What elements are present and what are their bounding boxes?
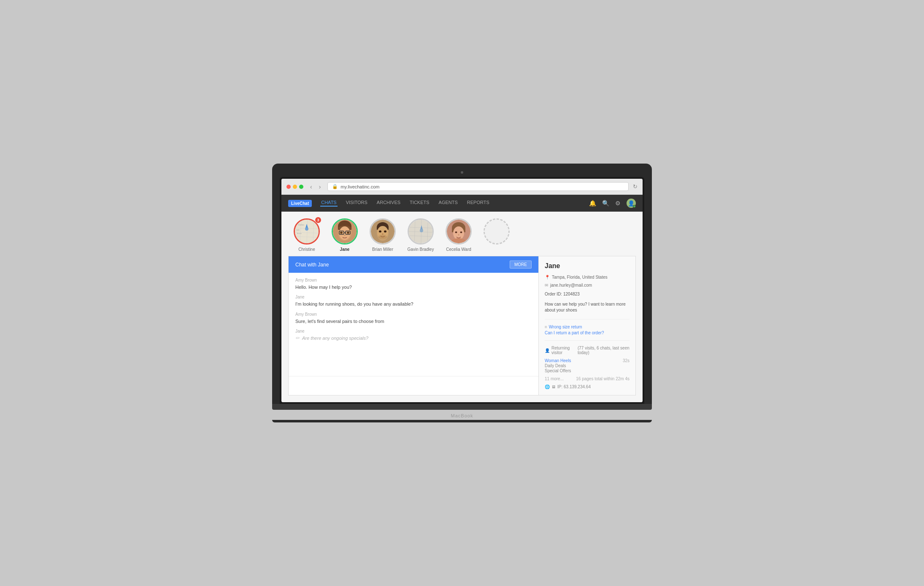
sidebar-link-2[interactable]: Can I return a part of the order? (545, 331, 630, 335)
returning-visitor: 👤 Returning visitor (77 visits, 6 chats,… (545, 346, 630, 355)
pages-list: Woman Heels 32s Daily Deals Special Offe… (545, 358, 630, 373)
divider-2 (545, 340, 630, 341)
nav-chats[interactable]: CHATS (320, 200, 337, 207)
message-text-3: Sure, let's find several pairs to choose… (295, 318, 532, 325)
avatar-cecelia[interactable]: Cecelia Ward (442, 218, 476, 252)
nav-agents[interactable]: AGENTS (438, 200, 459, 207)
sidebar: Jane 📍 Tampa, Florida, United States ✉ j… (539, 256, 636, 395)
sidebar-link-1[interactable]: ≡ Wrong size return (545, 325, 630, 329)
location-icon: 📍 (545, 275, 550, 280)
sidebar-location: 📍 Tampa, Florida, United States (545, 275, 630, 280)
back-button[interactable]: ‹ (308, 183, 315, 191)
email-text: jane.hurley@mail.com (550, 283, 592, 288)
page-name-1: Woman Heels (545, 358, 571, 363)
avatar-brian[interactable]: Brian Miller (366, 218, 400, 252)
pages-more: 11 more... (545, 376, 564, 381)
svg-point-48 (458, 234, 459, 236)
avatar-gavin[interactable]: Gavin Bradley (404, 218, 438, 252)
message-group-2: Jane I'm looking for running shoes, do y… (295, 295, 532, 307)
sidebar-email: ✉ jane.hurley@mail.com (545, 283, 630, 288)
message-group-1: Amy Brown Hello. How may I help you? (295, 278, 532, 290)
flag-icon: 🖥 (551, 384, 556, 389)
svg-point-29 (379, 231, 381, 233)
chat-title: Chat with Jane (295, 262, 329, 268)
page-item-3: Special Offers (545, 368, 630, 373)
badge-count: 3 (315, 217, 322, 223)
svg-point-10 (305, 227, 308, 231)
livechat-logo: LiveChat (288, 200, 312, 207)
chat-avatars-row: Dallas KAS Austin (281, 212, 643, 256)
svg-point-23 (344, 235, 346, 236)
notification-icon[interactable]: 🔔 (589, 200, 596, 207)
message-sender-3: Amy Brown (295, 312, 532, 317)
chat-input-area[interactable] (289, 376, 538, 395)
laptop-foot (272, 420, 652, 422)
svg-text:Dallas: Dallas (298, 223, 304, 226)
macbook-label: MacBook (272, 410, 652, 420)
settings-icon[interactable]: ⚙ (615, 200, 621, 207)
list-icon-1: ≡ (545, 325, 547, 329)
avatar-jane[interactable]: Jane (328, 218, 362, 252)
minimize-button-traffic[interactable] (293, 185, 297, 189)
fullscreen-button-traffic[interactable] (299, 185, 303, 189)
ip-text: IP: 63.139.234.64 (557, 384, 591, 389)
reload-button[interactable]: ↻ (633, 183, 638, 190)
page-name-2: Daily Deals (545, 363, 566, 368)
camera (461, 171, 463, 174)
link-text-2: Can I return a part of the order? (545, 331, 604, 335)
browser-icon: 🌐 (545, 384, 550, 389)
message-sender-1: Amy Brown (295, 278, 532, 282)
search-icon[interactable]: 🔍 (602, 200, 609, 207)
traffic-lights (286, 185, 303, 189)
nav-links: CHATS VISITORS ARCHIVES TICKETS AGENTS R… (320, 200, 589, 207)
chat-messages: Amy Brown Hello. How may I help you? Jan… (289, 273, 538, 376)
laptop-bottom (272, 404, 652, 410)
lock-icon: 🔒 (332, 184, 338, 189)
avatar-name-jane: Jane (340, 247, 350, 252)
avatar-empty[interactable] (480, 218, 513, 252)
returning-label: Returning visitor (551, 346, 576, 355)
divider-1 (545, 319, 630, 320)
svg-point-30 (384, 231, 386, 233)
address-bar[interactable]: 🔒 my.livechatinc.com (327, 182, 629, 191)
chat-header: Chat with Jane MORE (289, 256, 538, 273)
chat-input[interactable] (294, 380, 533, 390)
message-group-4: Jane ✏ Are there any ongoing specials? (295, 329, 532, 341)
online-dot (633, 205, 636, 208)
message-text-4: Are there any ongoing specials? (302, 336, 368, 341)
close-button-traffic[interactable] (286, 185, 291, 189)
order-id: Order ID: 1204823 (545, 292, 630, 296)
ip-row: 🌐 🖥 IP: 63.139.234.64 (545, 384, 630, 389)
svg-point-22 (347, 232, 349, 234)
url-text: my.livechatinc.com (340, 184, 379, 189)
link-list: ≡ Wrong size return Can I return a part … (545, 325, 630, 335)
message-text-2: I'm looking for running shoes, do you ha… (295, 301, 532, 307)
app-nav: LiveChat CHATS VISITORS ARCHIVES TICKETS… (281, 195, 643, 212)
svg-point-21 (340, 232, 343, 234)
location-text: Tampa, Florida, United States (552, 275, 608, 280)
svg-point-32 (378, 235, 387, 239)
nav-visitors[interactable]: VISITORS (345, 200, 368, 207)
svg-text:KAS: KAS (296, 229, 300, 231)
avatar-christine[interactable]: Dallas KAS Austin (290, 218, 324, 252)
nav-icons: 🔔 🔍 ⚙ 👤 (589, 199, 636, 208)
page-name-3: Special Offers (545, 368, 571, 373)
nav-archives[interactable]: ARCHIVES (376, 200, 401, 207)
more-button[interactable]: MORE (510, 261, 532, 269)
link-text-1: Wrong size return (549, 325, 582, 329)
avatar-name-cecelia: Cecelia Ward (446, 247, 471, 252)
forward-button[interactable]: › (316, 183, 324, 191)
chat-panel: Chat with Jane MORE Amy Brown Hello. How… (288, 256, 539, 395)
svg-point-31 (382, 234, 384, 235)
svg-text:Austin: Austin (297, 232, 302, 234)
message-group-3: Amy Brown Sure, let's find several pairs… (295, 312, 532, 325)
message-typing-4: ✏ Are there any ongoing specials? (295, 335, 532, 341)
nav-tickets[interactable]: TICKETS (409, 200, 430, 207)
message-sender-4: Jane (295, 329, 532, 333)
typing-icon: ✏ (295, 335, 300, 341)
svg-point-40 (420, 229, 423, 232)
user-avatar[interactable]: 👤 (627, 199, 636, 208)
nav-reports[interactable]: REPORTS (466, 200, 490, 207)
avatar-name-christine: Christine (298, 247, 315, 252)
pages-total: 16 pages total within 22m 4s (576, 376, 630, 381)
